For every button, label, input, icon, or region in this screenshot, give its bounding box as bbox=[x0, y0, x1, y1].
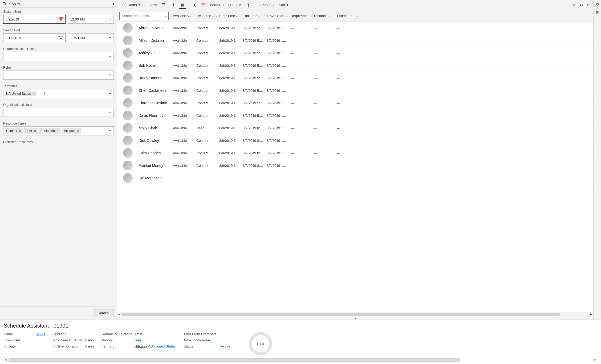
refresh-icon[interactable]: ⟳ bbox=[587, 3, 590, 7]
remove-tag-icon[interactable]: ✕ bbox=[34, 129, 36, 133]
resource-row[interactable]: Davis Flournoy Available Contact 8/9/201… bbox=[117, 109, 593, 122]
search-button[interactable]: Search bbox=[93, 309, 114, 317]
resource-type-cell: Contact bbox=[195, 139, 218, 143]
resource-type-tag: Contact✕ bbox=[5, 128, 23, 134]
toolbar: 🕘 Hours ▼ | View ☰ ⫼ ▦ ❮ 📅 8/9/2019 - 8/… bbox=[117, 0, 593, 10]
resource-name: Allison Dickson bbox=[139, 38, 171, 43]
priority-link[interactable]: High bbox=[134, 338, 141, 342]
resource-types-select[interactable]: Contact✕User✕Equipment✕Account✕▼ bbox=[3, 126, 114, 135]
name-link[interactable]: 01901 bbox=[36, 332, 45, 336]
resource-name: Faith Charles bbox=[139, 151, 171, 155]
filter-panel: Filter View ◀ Search Start 8/9/2019 📅 12… bbox=[0, 0, 117, 320]
resource-row[interactable]: Hal Matheson bbox=[117, 172, 593, 184]
resource-row[interactable]: Brady Hannon Available Contact 8/9/2019 … bbox=[117, 72, 593, 84]
search-start-time-input[interactable]: 12:00 AM ▼ bbox=[68, 15, 114, 24]
hours-label: Hours bbox=[128, 3, 137, 7]
col-end-time[interactable]: End Time⌄ bbox=[241, 14, 265, 18]
end-time-cell: 8/9/2019 8:... bbox=[241, 151, 265, 155]
avatar bbox=[123, 111, 133, 120]
resource-row[interactable]: Faith Charles Available Contact 8/9/2019… bbox=[117, 147, 593, 159]
distance-cell: --- bbox=[312, 51, 335, 55]
prev-range-button[interactable]: ❮ bbox=[192, 2, 198, 8]
territories-select[interactable]: NA-United States✕ ▼ 𝙸 bbox=[3, 89, 114, 98]
travel-start-cell: 8/9/2019 1... bbox=[265, 64, 289, 68]
resource-row[interactable]: Frankie Mundy Available Contact 8/9/2019… bbox=[117, 159, 593, 172]
resource-row[interactable]: Dick Cowley Available Contact 8/9/2019 1… bbox=[117, 134, 593, 147]
book-button[interactable]: Book bbox=[259, 2, 270, 8]
col-resource[interactable]: Resource ...⌄ bbox=[195, 14, 218, 18]
characteristics-select[interactable]: ▼ bbox=[3, 52, 114, 61]
search-start-date-input[interactable]: 8/9/2019 📅 bbox=[3, 15, 66, 24]
col-distance[interactable]: Distance⌄ bbox=[312, 14, 335, 18]
filter-collapse-icon[interactable]: ◀ bbox=[112, 2, 114, 6]
remove-tag-icon[interactable]: ✕ bbox=[77, 129, 79, 133]
resource-name: Dick Cowley bbox=[139, 138, 171, 143]
col-requirement[interactable]: Requireme...⌄ bbox=[289, 14, 312, 18]
grid-expand-handle[interactable]: ▼ bbox=[117, 317, 593, 320]
view-grid-icon[interactable]: ▦ bbox=[179, 1, 186, 9]
calendar-button[interactable]: 📅 bbox=[200, 2, 207, 8]
gear-icon[interactable]: ⚙ bbox=[580, 3, 583, 7]
preferred-resources-label: Preferred Resources bbox=[3, 140, 114, 144]
chevron-down-icon: ▼ bbox=[286, 3, 289, 6]
col-estimated[interactable]: Estimated ...⌄ bbox=[335, 14, 359, 18]
next-range-button[interactable]: ❯ bbox=[245, 2, 251, 8]
grid-horizontal-scrollbar[interactable] bbox=[117, 312, 593, 317]
resource-type-tag: Account✕ bbox=[62, 128, 81, 134]
resource-row[interactable]: Abraham McCor... Available Contact 8/9/2… bbox=[117, 22, 593, 34]
fulfilled-duration-label: Fulfilled Duration bbox=[53, 344, 85, 348]
remove-tag-icon[interactable]: ✕ bbox=[33, 92, 35, 96]
avatar bbox=[123, 148, 133, 158]
view-list-icon[interactable]: ☰ bbox=[160, 1, 167, 9]
time-to-promised-label: Time To Promised bbox=[184, 338, 221, 342]
resource-name: Hal Matheson bbox=[139, 176, 171, 180]
requirement-cell: --- bbox=[289, 126, 312, 130]
remove-tag-icon[interactable]: ✕ bbox=[19, 129, 21, 133]
resource-types-label: Resource Types bbox=[3, 122, 114, 125]
status-link[interactable]: Active bbox=[221, 344, 230, 348]
availability-cell: Available bbox=[171, 164, 195, 168]
estimated-cell: --- bbox=[335, 51, 359, 55]
resource-type-cell: Contact bbox=[195, 76, 218, 80]
col-start-time[interactable]: Start Time⌄ bbox=[218, 14, 241, 18]
start-time-cell: 8/9/2019 1... bbox=[218, 114, 241, 118]
search-resources-input[interactable]: Search resources... ⌄ bbox=[119, 12, 169, 20]
territory-link[interactable]: NA-United States bbox=[149, 344, 175, 349]
duration-label: Duration bbox=[53, 332, 85, 336]
resource-row[interactable]: Ashley Chinn Available Contact 8/9/2019 … bbox=[117, 47, 593, 59]
resource-row[interactable]: Cheri Castaneda Available Contact 8/9/20… bbox=[117, 84, 593, 97]
remove-tag-icon[interactable]: ✕ bbox=[57, 129, 60, 133]
roles-select[interactable]: ▼ bbox=[3, 71, 114, 80]
col-availability[interactable]: Availability⌄ bbox=[171, 14, 195, 18]
resource-row[interactable]: Bob Kozak Available Contact 8/9/2019 1..… bbox=[117, 59, 593, 72]
availability-cell: Available bbox=[171, 76, 195, 80]
fulfilled-duration-value: 0 min bbox=[85, 344, 94, 348]
view-columns-icon[interactable]: ⫼ bbox=[169, 1, 177, 9]
availability-cell: Available bbox=[171, 89, 195, 93]
resource-type-tag: User✕ bbox=[24, 128, 38, 134]
calendar-icon[interactable]: 📅 bbox=[59, 17, 63, 21]
chevron-down-icon: ⌄ bbox=[165, 14, 167, 17]
requirement-cell: --- bbox=[289, 151, 312, 155]
resource-row[interactable]: Molly Clark Available User 8/9/2019 1...… bbox=[117, 122, 593, 134]
org-units-select[interactable]: ▼ bbox=[3, 108, 114, 117]
search-end-time-input[interactable]: 11:59 PM ▼ bbox=[68, 33, 114, 42]
travel-start-cell: 8/9/2019 1... bbox=[265, 101, 289, 105]
eye-icon[interactable]: 👁 bbox=[572, 3, 576, 7]
hours-dropdown[interactable]: 🕘 Hours ▼ bbox=[120, 2, 142, 8]
resource-row[interactable]: Clarence Desimo... Available Contact 8/9… bbox=[117, 97, 593, 109]
requirement-cell: --- bbox=[289, 64, 312, 68]
calendar-icon[interactable]: 📅 bbox=[59, 36, 63, 40]
end-time-cell: 8/9/2019 5:... bbox=[241, 101, 265, 105]
avatar bbox=[123, 98, 133, 108]
details-label: Details bbox=[595, 3, 599, 14]
col-travel-start[interactable]: Travel Star...⌄ bbox=[265, 14, 289, 18]
details-rail[interactable]: Details bbox=[594, 0, 601, 320]
sort-dropdown[interactable]: Sort ▼ bbox=[277, 2, 290, 8]
resource-row[interactable]: Allison Dickson Available Contact 8/9/20… bbox=[117, 34, 593, 47]
resource-name: Clarence Desimo... bbox=[139, 101, 171, 105]
bottom-horizontal-scrollbar[interactable] bbox=[4, 358, 597, 362]
estimated-cell: --- bbox=[335, 89, 359, 93]
search-end-date-input[interactable]: 8/15/2019 📅 bbox=[3, 33, 66, 42]
distance-cell: --- bbox=[312, 39, 335, 43]
